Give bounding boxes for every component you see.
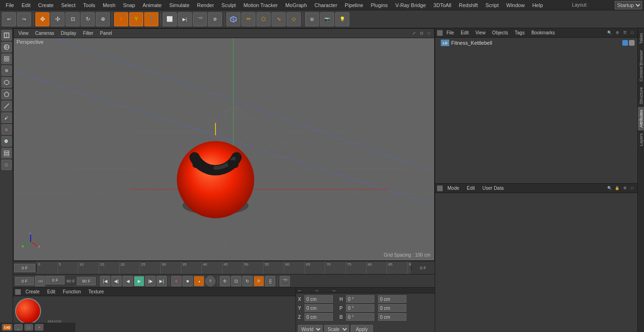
end-frame-input[interactable] bbox=[46, 276, 65, 284]
attr-search-icon[interactable]: 🔍 bbox=[606, 185, 613, 192]
step-forward-button[interactable]: |▶ bbox=[145, 276, 156, 286]
tool-brush-button[interactable]: 🖌 bbox=[1, 113, 12, 123]
menu-pipeline[interactable]: Pipeline bbox=[341, 1, 367, 9]
attr-settings-icon[interactable]: ⚙ bbox=[621, 185, 628, 192]
mode-uvw-button[interactable]: ⌘ bbox=[1, 65, 12, 76]
menu-script[interactable]: Script bbox=[482, 1, 503, 9]
object-row-kettlebell[interactable]: LO Fitness_Kettlebell bbox=[437, 39, 636, 47]
play-button[interactable]: ▶ bbox=[134, 276, 144, 286]
timeline-ruler[interactable]: 0 5 10 15 20 25 30 35 40 45 50 55 60 65 … bbox=[37, 261, 411, 275]
light-button[interactable]: 💡 bbox=[335, 12, 349, 26]
move-pb-button[interactable]: ✢ bbox=[220, 276, 230, 286]
menu-window[interactable]: Window bbox=[503, 1, 528, 9]
cube-view-button[interactable] bbox=[226, 12, 240, 26]
obj-layers-icon[interactable]: ☰ bbox=[621, 30, 628, 36]
mode-3d-button[interactable] bbox=[1, 77, 12, 88]
vp-menu-display[interactable]: Display bbox=[58, 30, 79, 36]
menu-tools[interactable]: Tools bbox=[79, 1, 99, 9]
obj-settings-icon[interactable]: ⚙ bbox=[614, 30, 620, 36]
step-back-button[interactable]: ◀| bbox=[111, 276, 122, 286]
win-icon-button[interactable]: C4D bbox=[2, 324, 12, 331]
coord-size-z-input[interactable] bbox=[378, 313, 406, 321]
start-frame-input[interactable] bbox=[15, 277, 34, 285]
menu-animate[interactable]: Animate bbox=[139, 1, 165, 9]
menu-render[interactable]: Render bbox=[193, 1, 218, 9]
menu-create[interactable]: Create bbox=[34, 1, 58, 9]
vp-icon-maximize[interactable]: □ bbox=[426, 30, 432, 37]
spline-tool-button[interactable]: ∿ bbox=[272, 12, 286, 26]
skip-start-button[interactable]: |◀ bbox=[100, 276, 110, 286]
start-frame-button[interactable]: ◁◁ bbox=[35, 276, 45, 286]
vp-menu-cameras[interactable]: Cameras bbox=[33, 30, 58, 36]
menu-mesh[interactable]: Mesh bbox=[99, 1, 119, 9]
axis-y-button[interactable]: Y bbox=[129, 12, 143, 26]
rotate-pb-button[interactable]: ↻ bbox=[242, 276, 253, 286]
menu-sculpt[interactable]: Sculpt bbox=[218, 1, 240, 9]
camera-button[interactable]: 📷 bbox=[320, 12, 334, 26]
obj-menu-objects[interactable]: Objects bbox=[489, 30, 511, 36]
menu-file[interactable]: File bbox=[2, 1, 18, 9]
tool-stamp-button[interactable]: ⬡ bbox=[1, 160, 12, 170]
obj-menu-tags[interactable]: Tags bbox=[512, 30, 528, 36]
mode-texture-button[interactable] bbox=[1, 42, 12, 52]
stop-button[interactable]: ■ bbox=[182, 276, 193, 286]
menu-3dtoall[interactable]: 3DToAll bbox=[429, 1, 455, 9]
tab-content-browser[interactable]: Content Browser bbox=[638, 47, 644, 84]
menu-mograph[interactable]: MoGraph bbox=[281, 1, 311, 9]
attr-maximize-icon[interactable]: □ bbox=[629, 185, 636, 192]
record-button[interactable]: ● bbox=[171, 276, 182, 286]
grid-button[interactable]: ⊞ bbox=[305, 12, 319, 26]
coord-size-y-input[interactable] bbox=[378, 304, 406, 312]
viewport-canvas[interactable] bbox=[14, 38, 434, 260]
mode-sculpt-button[interactable] bbox=[1, 89, 12, 99]
menu-plugins[interactable]: Plugins bbox=[367, 1, 391, 9]
pencil-tool-button[interactable]: ✏ bbox=[241, 12, 256, 26]
material-swatch[interactable] bbox=[15, 298, 41, 324]
attr-mode-tab[interactable]: Mode bbox=[445, 185, 462, 191]
obj-menu-bookmarks[interactable]: Bookmarks bbox=[528, 30, 558, 36]
scale-pb-button[interactable]: ⊡ bbox=[231, 276, 241, 286]
attr-userdata-tab[interactable]: User Data bbox=[479, 185, 506, 191]
tool-line-button[interactable] bbox=[1, 101, 12, 111]
select-tool-button[interactable]: ✥ bbox=[35, 12, 50, 26]
tab-structure[interactable]: Structure bbox=[638, 84, 644, 107]
obj-menu-edit[interactable]: Edit bbox=[458, 30, 471, 36]
scale-dropdown[interactable]: Scale bbox=[324, 325, 349, 332]
redo-button[interactable]: ↪ bbox=[17, 12, 31, 26]
material-menu-texture[interactable]: Texture bbox=[86, 289, 107, 295]
obj-maximize-icon[interactable]: □ bbox=[629, 30, 636, 36]
render-settings-button[interactable]: ⚙ bbox=[208, 12, 222, 26]
menu-simulate[interactable]: Simulate bbox=[165, 1, 193, 9]
mode-grid-button[interactable] bbox=[1, 54, 12, 64]
tab-takes[interactable]: Takes bbox=[638, 30, 644, 47]
menu-snap[interactable]: Snap bbox=[119, 1, 139, 9]
obj-menu-file[interactable]: File bbox=[444, 30, 457, 36]
coord-x-pos-input[interactable] bbox=[305, 295, 333, 303]
preview-end-input[interactable] bbox=[77, 277, 96, 285]
close-button[interactable]: ✕ bbox=[35, 324, 43, 331]
coord-y-pos-input[interactable] bbox=[305, 304, 333, 312]
menu-redshift[interactable]: Redshift bbox=[455, 1, 481, 9]
menu-character[interactable]: Character bbox=[311, 1, 341, 9]
vp-icon-move[interactable]: ⤢ bbox=[411, 30, 417, 37]
scale-tool-button[interactable]: ⊡ bbox=[66, 12, 80, 26]
tool-layer-button[interactable] bbox=[1, 148, 12, 158]
vp-menu-filter[interactable]: Filter bbox=[80, 30, 96, 36]
coord-z-pos-input[interactable] bbox=[305, 313, 333, 321]
axis-z-button[interactable]: Z bbox=[144, 12, 158, 26]
minimize-button[interactable]: _ bbox=[14, 324, 23, 331]
menu-motion-tracker[interactable]: Motion Tracker bbox=[239, 1, 281, 9]
vp-icon-camera[interactable]: ⊡ bbox=[418, 30, 425, 37]
skip-end-button[interactable]: ▶| bbox=[157, 276, 167, 286]
transform-tool-button[interactable]: ⊕ bbox=[96, 12, 110, 26]
tool-paint-button[interactable]: 🅢 bbox=[1, 136, 12, 146]
undo-button[interactable]: ↩ bbox=[2, 12, 16, 26]
record-mode-button[interactable]: P bbox=[254, 276, 264, 286]
obj-badge-render[interactable] bbox=[629, 40, 635, 46]
viewport[interactable]: View Cameras Display Filter Panel ⤢ ⊡ □ … bbox=[13, 28, 435, 261]
points-tool-button[interactable]: ⬡ bbox=[256, 12, 271, 26]
attr-edit-tab[interactable]: Edit bbox=[464, 185, 478, 191]
material-menu-function[interactable]: Function bbox=[60, 289, 83, 295]
render-frame-pb-button[interactable]: 🎬 bbox=[280, 276, 290, 286]
mode-model-button[interactable] bbox=[1, 30, 12, 40]
